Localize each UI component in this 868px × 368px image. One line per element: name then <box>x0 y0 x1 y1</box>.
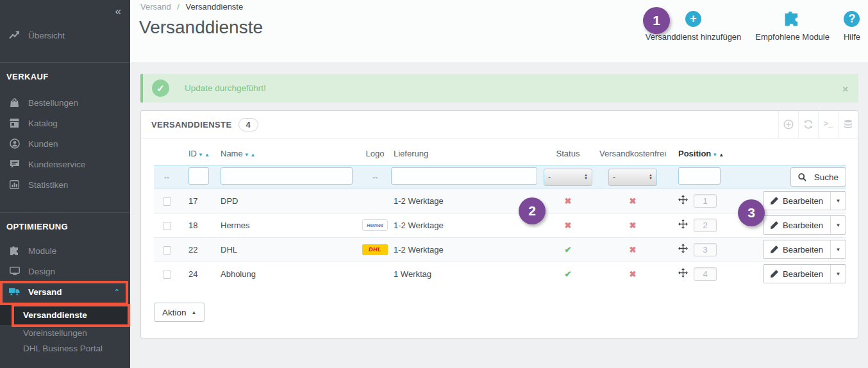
sidebar-item-statistiken[interactable]: Statistiken <box>0 174 130 195</box>
panel-toolbar: >_ <box>778 111 858 138</box>
filter-status-select[interactable]: - ▲▼ <box>544 169 592 186</box>
filter-free-shipping-select[interactable]: - ▲▼ <box>608 169 657 186</box>
filter-name-input[interactable] <box>221 167 353 185</box>
sidebar-item-uebersicht[interactable]: Übersicht <box>0 25 130 46</box>
sidebar-divider <box>0 212 130 213</box>
cell-lieferung: 1 Werktag <box>391 262 538 286</box>
annotation-box-versanddienste <box>12 304 130 327</box>
sidebar-item-kunden[interactable]: Kunden <box>0 133 130 154</box>
sidebar-subitem-dhl-business-portal[interactable]: DHL Business Portal <box>0 340 130 356</box>
refresh-icon[interactable] <box>798 111 818 138</box>
sidebar-item-label: Katalog <box>28 119 58 128</box>
drag-handle[interactable] <box>678 268 688 280</box>
caret-down-icon[interactable]: ▼ <box>830 265 846 283</box>
position-badge: 3 <box>694 243 717 256</box>
col-lieferung: Lieferung <box>391 142 538 165</box>
row-checkbox[interactable] <box>163 246 171 255</box>
bulk-action-button[interactable]: Aktion ▲ <box>154 303 204 322</box>
col-name[interactable]: Name▼▲ <box>221 142 359 165</box>
sidebar-section-verkauf: VERKAUF <box>6 72 49 81</box>
sidebar-item-kundenservice[interactable]: Kundenservice <box>0 154 130 174</box>
drag-handle[interactable] <box>678 244 688 255</box>
free-shipping-disabled-icon[interactable]: ✖ <box>630 196 637 206</box>
caret-down-icon[interactable]: ▼ <box>830 192 846 210</box>
filter-id-input[interactable] <box>188 167 209 185</box>
col-status: Status <box>538 142 597 165</box>
free-shipping-disabled-icon[interactable]: ✖ <box>630 245 637 255</box>
cell-name: DHL <box>221 237 359 262</box>
terminal-icon[interactable]: >_ <box>818 111 838 138</box>
pencil-icon <box>771 246 778 253</box>
move-icon <box>678 244 688 253</box>
sidebar-item-label: Statistiken <box>28 180 68 190</box>
row-checkbox[interactable] <box>163 197 171 206</box>
sort-asc-icon[interactable]: ▲ <box>204 152 210 158</box>
col-position[interactable]: Position▼▲ <box>668 142 732 165</box>
status-enabled-icon[interactable]: ✔ <box>565 269 572 279</box>
sidebar-item-label: Kunden <box>28 139 58 149</box>
recommended-modules-button[interactable]: Empfohlene Module <box>755 10 830 42</box>
caret-down-icon[interactable]: ▼ <box>830 216 846 234</box>
sort-desc-icon[interactable]: ▼ <box>244 152 249 158</box>
edit-button[interactable]: Bearbeiten▼ <box>763 215 846 235</box>
drag-handle[interactable] <box>678 195 688 206</box>
sidebar-subitem-label: Voreinstellungen <box>23 328 87 338</box>
sidebar-item-katalog[interactable]: Katalog <box>0 113 130 133</box>
sort-asc-active-icon[interactable]: ▲ <box>719 152 724 158</box>
filter-lieferung-input[interactable] <box>391 167 537 185</box>
move-icon <box>678 195 688 205</box>
add-icon[interactable] <box>778 111 798 138</box>
sidebar-item-label: Übersicht <box>28 31 65 40</box>
edit-button[interactable]: Bearbeiten▼ <box>763 240 846 259</box>
filter-checkbox-placeholder: -- <box>164 173 169 182</box>
status-disabled-icon[interactable]: ✖ <box>565 196 572 206</box>
sidebar-item-label: Kundenservice <box>28 160 85 169</box>
drag-handle[interactable] <box>678 219 688 231</box>
pencil-icon <box>771 221 778 229</box>
sort-desc-icon[interactable]: ▼ <box>198 152 203 158</box>
caret-down-icon[interactable]: ▼ <box>830 240 846 258</box>
puzzle-icon <box>9 246 20 256</box>
cell-logo <box>359 262 391 286</box>
cell-name: Abholung <box>221 262 359 286</box>
breadcrumb-parent[interactable]: Versand <box>140 2 171 12</box>
cell-name: Hermes <box>221 213 359 237</box>
sidebar-item-module[interactable]: Module <box>0 240 130 261</box>
free-shipping-disabled-icon[interactable]: ✖ <box>630 269 637 279</box>
annotation-circle-3: 3 <box>738 199 765 226</box>
panel-title: VERSANDDIENSTE <box>151 120 232 130</box>
search-button[interactable]: Suche <box>790 167 846 187</box>
sidebar-subitem-label: DHL Business Portal <box>23 344 103 353</box>
annotation-circle-1: 1 <box>643 7 670 34</box>
cell-id: 22 <box>179 237 221 262</box>
sort-desc-icon[interactable]: ▼ <box>712 152 717 158</box>
sidebar-item-design[interactable]: Design <box>0 261 130 281</box>
filter-position-input[interactable] <box>678 167 721 185</box>
row-checkbox[interactable] <box>163 271 171 279</box>
help-button[interactable]: ? Hilfe <box>844 10 860 42</box>
monitor-icon <box>9 266 20 277</box>
annotation-circle-2: 2 <box>519 197 546 224</box>
free-shipping-disabled-icon[interactable]: ✖ <box>630 221 637 230</box>
question-circle-icon: ? <box>844 11 860 27</box>
status-enabled-icon[interactable]: ✔ <box>565 245 572 255</box>
col-actions <box>732 142 846 165</box>
close-icon[interactable]: × <box>842 83 848 94</box>
check-circle-icon: ✓ <box>152 79 169 97</box>
database-icon[interactable] <box>838 111 858 138</box>
filter-row: -- -- - ▲▼ - ▲▼ <box>154 165 846 188</box>
pencil-icon <box>771 197 778 205</box>
puzzle-icon <box>784 10 801 28</box>
row-checkbox[interactable] <box>163 222 171 230</box>
plus-circle-icon: + <box>685 11 701 27</box>
sidebar-collapse-icon[interactable]: « <box>115 5 120 18</box>
cell-id: 17 <box>179 188 221 213</box>
hermes-logo: Hermes <box>362 219 388 231</box>
edit-button[interactable]: Bearbeiten▼ <box>763 264 846 283</box>
edit-button[interactable]: Bearbeiten▼ <box>763 191 846 210</box>
status-disabled-icon[interactable]: ✖ <box>565 221 572 230</box>
sidebar-item-bestellungen[interactable]: Bestellungen <box>0 92 130 113</box>
col-id[interactable]: ID▼▲ <box>179 142 221 165</box>
sort-asc-icon[interactable]: ▲ <box>251 152 256 158</box>
sidebar-subitem-voreinstellungen[interactable]: Voreinstellungen <box>0 325 130 340</box>
